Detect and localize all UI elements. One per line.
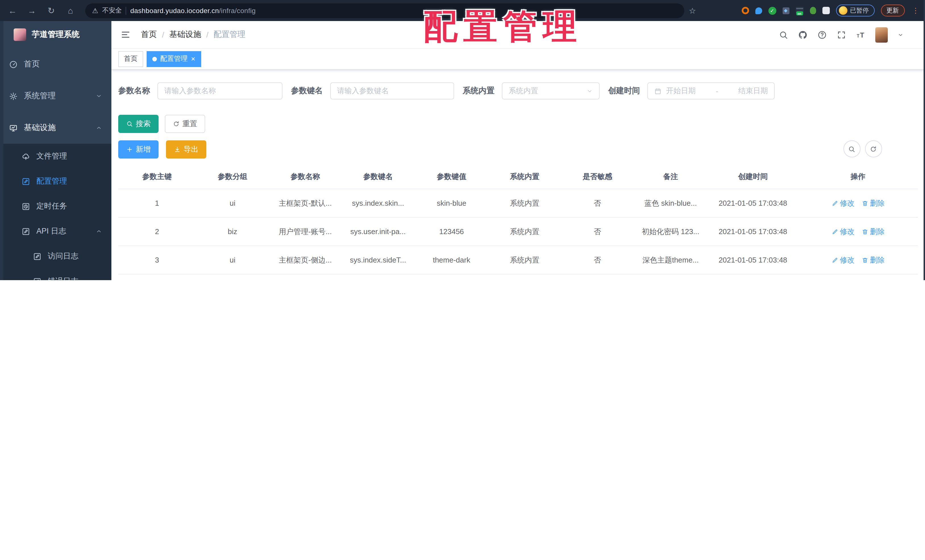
sidebar-item-error-log[interactable]: 错误日志 xyxy=(0,269,111,280)
export-button[interactable]: 导出 xyxy=(166,140,206,158)
delete-link[interactable]: 删除 xyxy=(861,255,885,265)
browser-back-icon[interactable]: ← xyxy=(6,6,19,15)
not-secure-warning-icon: ⚠ xyxy=(92,6,98,15)
extension-sprout-icon[interactable] xyxy=(810,7,816,14)
search-icon[interactable] xyxy=(778,30,788,39)
window-scrollbar[interactable] xyxy=(923,0,925,280)
browser-menu-icon[interactable]: ⋮ xyxy=(912,6,919,15)
builtin-select[interactable]: 系统内置 xyxy=(502,83,600,99)
help-icon[interactable] xyxy=(817,30,827,39)
button-label: 重置 xyxy=(182,119,197,129)
bookmark-star-icon[interactable]: ☆ xyxy=(689,6,696,15)
close-icon[interactable]: × xyxy=(191,55,195,63)
sidebar-item-system[interactable]: 系统管理 xyxy=(0,80,111,112)
log-icon xyxy=(33,277,42,280)
table-row: 3 ui 主框架页-侧边... sys.index.sideT... theme… xyxy=(118,246,917,274)
extension-on-badge-icon[interactable]: on xyxy=(795,7,803,14)
sidebar-item-label: API 日志 xyxy=(36,226,66,236)
sidebar-item-config-manage[interactable]: 配置管理 xyxy=(0,169,111,194)
github-icon[interactable] xyxy=(798,30,807,39)
trash-icon xyxy=(861,257,868,263)
column-header: 创建时间 xyxy=(707,165,798,189)
extension-pin-icon[interactable] xyxy=(755,7,762,14)
date-range-texts: 开始日期 - 结束日期 xyxy=(666,86,768,96)
tab-config-manage[interactable]: 配置管理 × xyxy=(147,51,201,67)
browser-reload-icon[interactable]: ↻ xyxy=(44,5,58,16)
browser-home-icon[interactable]: ⌂ xyxy=(64,6,77,15)
font-size-icon[interactable] xyxy=(856,30,865,39)
cell-created: 2021-01-05 17:03:48 xyxy=(707,217,798,246)
extension-cube-icon[interactable]: ◆ xyxy=(782,7,789,14)
param-name-label: 参数名称 xyxy=(118,86,150,96)
delete-label: 删除 xyxy=(870,226,885,237)
sidebar-item-scheduled-jobs[interactable]: 定时任务 xyxy=(0,194,111,219)
reset-button[interactable]: 重置 xyxy=(165,115,205,133)
param-name-input[interactable]: 请输入参数名称 xyxy=(157,83,282,99)
browser-update-button[interactable]: 更新 xyxy=(881,5,904,17)
breadcrumb-home[interactable]: 首页 xyxy=(141,30,157,40)
sidebar-item-access-log[interactable]: 访问日志 xyxy=(0,244,111,269)
sidebar-item-home[interactable]: 首页 xyxy=(0,48,111,80)
edit-link[interactable]: 修改 xyxy=(831,255,854,265)
avatar-caret-icon[interactable] xyxy=(897,32,903,38)
cell-key: sys.index.sideT... xyxy=(341,246,415,274)
delete-link[interactable]: 删除 xyxy=(861,198,885,208)
builtin-label: 系统内置 xyxy=(462,86,494,96)
cell-group: ui xyxy=(196,189,270,217)
column-header: 系统内置 xyxy=(488,165,561,189)
chevron-up-icon xyxy=(95,228,102,235)
chevron-up-icon xyxy=(95,125,102,131)
sidebar-item-api-log[interactable]: API 日志 xyxy=(0,219,111,244)
search-button[interactable]: 搜索 xyxy=(118,115,158,133)
delete-link[interactable]: 删除 xyxy=(861,226,885,237)
page-url[interactable]: dashboard.yudao.iocoder.cn/infra/config xyxy=(130,6,256,15)
table-tools xyxy=(843,140,882,157)
fullscreen-icon[interactable] xyxy=(836,30,846,39)
sidebar-item-infrastructure[interactable]: 基础设施 xyxy=(0,112,111,144)
button-label: 搜索 xyxy=(136,119,151,129)
tab-home[interactable]: 首页 xyxy=(118,51,143,67)
edit-link[interactable]: 修改 xyxy=(831,198,854,208)
url-domain: dashboard.yudao.iocoder.cn xyxy=(130,6,219,15)
tab-label: 首页 xyxy=(124,54,137,64)
header-actions xyxy=(778,27,925,42)
sidebar-scrollbar[interactable] xyxy=(0,21,3,280)
cell-name: xxx xyxy=(270,274,341,280)
cell-group: ui xyxy=(196,246,270,274)
cell-created: 2021-01-19 03:10:26 xyxy=(707,274,798,280)
extensions-puzzle-icon[interactable] xyxy=(822,7,830,14)
breadcrumb-section[interactable]: 基础设施 xyxy=(169,30,201,40)
user-avatar[interactable] xyxy=(875,27,887,42)
browser-forward-icon[interactable]: → xyxy=(25,6,39,15)
address-bar[interactable]: ⚠ 不安全 dashboard.yudao.iocoder.cn/infra/c… xyxy=(85,3,684,18)
app-logo xyxy=(14,29,26,41)
end-date-placeholder: 结束日期 xyxy=(738,86,768,96)
tab-label: 配置管理 xyxy=(160,54,188,64)
column-header: 操作 xyxy=(798,165,917,189)
add-button[interactable]: 新增 xyxy=(118,140,158,158)
plus-icon xyxy=(126,146,133,153)
edit-link[interactable]: 修改 xyxy=(831,226,854,237)
param-key-input[interactable]: 请输入参数键名 xyxy=(330,83,454,99)
toggle-search-button[interactable] xyxy=(843,140,860,157)
cell-created: 2021-01-05 17:03:48 xyxy=(707,246,798,274)
annotation-title: 配置管理 xyxy=(423,4,583,50)
hamburger-icon[interactable] xyxy=(121,30,131,40)
date-range-picker[interactable]: 开始日期 - 结束日期 xyxy=(647,83,775,99)
app-logo-row[interactable]: 芋道管理系统 xyxy=(0,21,111,48)
select-placeholder: 系统内置 xyxy=(509,86,538,96)
extension-orange-icon[interactable] xyxy=(741,7,749,14)
cell-sensitive: 否 xyxy=(561,274,634,280)
cell-value: skin-blue xyxy=(415,189,488,217)
extension-check-icon[interactable]: ✓ xyxy=(768,6,776,15)
sidebar-item-label: 错误日志 xyxy=(48,276,78,280)
sidebar-item-file-manage[interactable]: 文件管理 xyxy=(0,144,111,169)
refresh-table-button[interactable] xyxy=(865,140,882,157)
paused-extension-chip[interactable]: 已暂停 xyxy=(836,5,874,17)
button-label: 导出 xyxy=(184,145,198,155)
column-header: 是否敏感 xyxy=(561,165,634,189)
cell-name: 主框架页-默认... xyxy=(270,189,341,217)
timer-icon xyxy=(22,202,30,211)
cell-id: 3 xyxy=(118,246,196,274)
column-header: 参数键名 xyxy=(341,165,415,189)
